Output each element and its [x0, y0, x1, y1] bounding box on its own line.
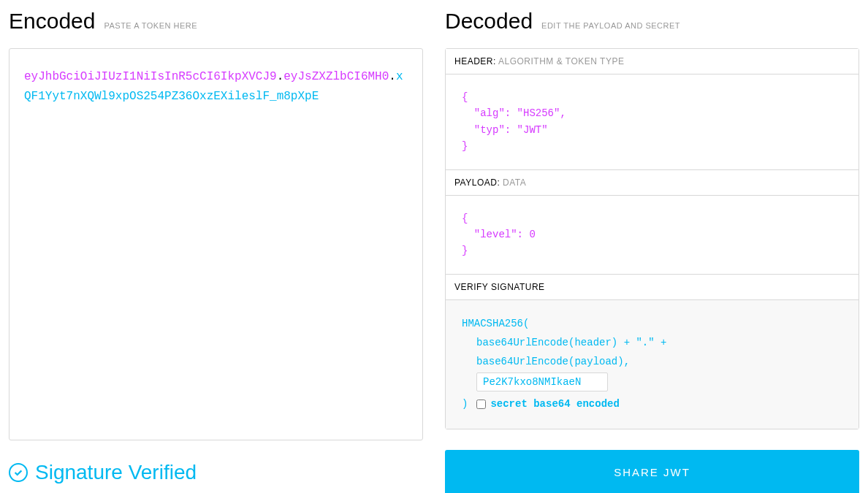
decoded-column-header: Decoded EDIT THE PAYLOAD AND SECRET — [445, 9, 859, 34]
payload-desc: DATA — [503, 177, 526, 188]
header-json-editor[interactable]: { "alg": "HS256", "typ": "JWT" } — [446, 74, 859, 170]
header-desc: ALGORITHM & TOKEN TYPE — [498, 56, 624, 66]
sig-line-3: base64UrlEncode(payload), — [462, 353, 842, 372]
encoded-token-input[interactable]: eyJhbGciOiJIUzI1NiIsInR5cCI6IkpXVCJ9.eyJ… — [9, 48, 423, 440]
payload-label: PAYLOAD: — [454, 177, 500, 188]
secret-base64-label: secret base64 encoded — [490, 395, 619, 414]
token-dot-2: . — [389, 70, 396, 83]
signature-verified-text: Signature Verified — [35, 461, 197, 484]
decoded-panel: HEADER: ALGORITHM & TOKEN TYPE { "alg": … — [445, 48, 859, 429]
token-header-part: eyJhbGciOiJIUzI1NiIsInR5cCI6IkpXVCJ9 — [24, 70, 277, 83]
encoded-column-header: Encoded PASTE A TOKEN HERE — [9, 9, 423, 34]
sig-line-1: HMACSHA256( — [462, 315, 842, 334]
secret-input[interactable] — [476, 372, 608, 391]
header-label: HEADER: — [454, 56, 496, 66]
payload-json-editor[interactable]: { "level": 0 } — [446, 196, 859, 275]
secret-base64-checkbox[interactable] — [476, 400, 486, 409]
decoded-subtitle: EDIT THE PAYLOAD AND SECRET — [541, 21, 680, 30]
encoded-title: Encoded — [9, 9, 95, 34]
sig-line-2: base64UrlEncode(header) + "." + — [462, 334, 842, 353]
check-circle-icon — [9, 463, 28, 482]
signature-verified-status: Signature Verified — [9, 461, 423, 484]
signature-section-label: VERIFY SIGNATURE — [446, 275, 859, 300]
payload-section-label: PAYLOAD: DATA — [446, 170, 859, 196]
encoded-subtitle: PASTE A TOKEN HERE — [104, 21, 197, 30]
token-payload-part: eyJsZXZlbCI6MH0 — [283, 70, 389, 83]
header-section-label: HEADER: ALGORITHM & TOKEN TYPE — [446, 49, 859, 74]
share-jwt-button[interactable]: SHARE JWT — [445, 450, 859, 493]
signature-body: HMACSHA256( base64UrlEncode(header) + ".… — [446, 300, 859, 429]
decoded-title: Decoded — [445, 9, 533, 34]
token-dot-1: . — [277, 70, 284, 83]
sig-close-paren: ) — [462, 395, 468, 414]
signature-label: VERIFY SIGNATURE — [454, 282, 545, 292]
